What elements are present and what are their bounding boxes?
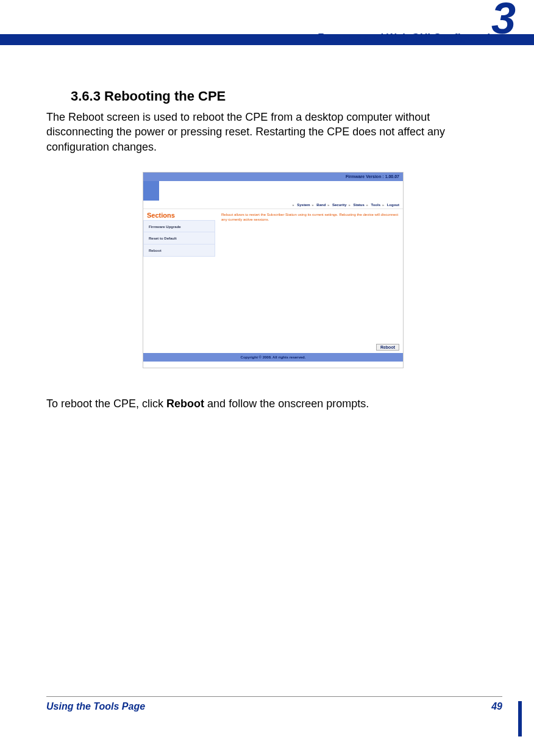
para2-b: Reboot: [166, 398, 204, 410]
sidebar: Sections Firmware Upgrade Reset to Defau…: [143, 209, 215, 353]
page-footer: Using the Tools Page 49: [46, 696, 502, 713]
content-panel: Reboot allows to restart the Subscriber …: [215, 209, 403, 353]
nav-row: » System » Band » Security » Status » To…: [143, 201, 403, 209]
logo-strip: [143, 181, 403, 201]
nav-logout[interactable]: Logout: [387, 201, 399, 209]
footer-page-number: 49: [491, 701, 502, 712]
nav-security[interactable]: Security: [332, 201, 347, 209]
paragraph-1: The Reboot screen is used to reboot the …: [46, 110, 491, 154]
footer-title: Using the Tools Page: [46, 701, 145, 712]
nav-status[interactable]: Status: [353, 201, 364, 209]
chapter-number: 3: [491, 0, 516, 40]
nav-sep: »: [292, 201, 294, 209]
firmware-version-bar: Firmware Version : 1.00.07: [143, 173, 403, 181]
nav-sep: »: [327, 201, 329, 209]
footer-vertical-bar: [518, 701, 522, 736]
para2-c: and follow the onscreen prompts.: [204, 398, 369, 410]
logo-box: [143, 181, 159, 201]
nav-sep: »: [312, 201, 313, 209]
chapter-title: Features and Web GUI Configuration: [317, 32, 502, 44]
main-area: Sections Firmware Upgrade Reset to Defau…: [143, 209, 403, 353]
nav-system[interactable]: System: [297, 201, 310, 209]
sidebar-item-reset-to-default[interactable]: Reset to Default: [143, 232, 215, 244]
ui-copyright: Copyright © 2008. All rights reserved.: [143, 353, 403, 362]
content-message: Reboot allows to restart the Subscriber …: [221, 213, 399, 222]
section-heading: 3.6.3 Rebooting the CPE: [71, 88, 226, 104]
sidebar-item-firmware-upgrade[interactable]: Firmware Upgrade: [143, 220, 215, 232]
nav-tools[interactable]: Tools: [371, 201, 380, 209]
nav-sep: »: [382, 201, 384, 209]
paragraph-2: To reboot the CPE, click Reboot and foll…: [46, 396, 491, 411]
reboot-button[interactable]: Reboot: [376, 344, 399, 351]
footer-rule: [46, 696, 502, 697]
sidebar-item-reboot[interactable]: Reboot: [143, 244, 215, 257]
embedded-ui-figure: Firmware Version : 1.00.07 » System » Ba…: [143, 172, 404, 368]
para2-a: To reboot the CPE, click: [46, 398, 166, 410]
nav-band[interactable]: Band: [316, 201, 326, 209]
nav-sep: »: [348, 201, 350, 209]
sidebar-title: Sections: [143, 209, 215, 220]
nav-sep: »: [366, 201, 368, 209]
